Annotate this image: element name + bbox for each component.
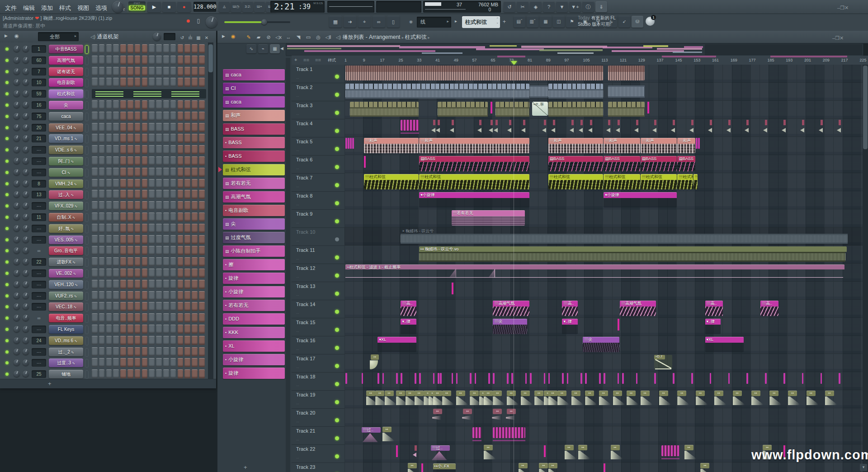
step-cell[interactable] [99, 369, 105, 378]
time-display[interactable]: 2:21 :39 M:S:CS [270, 1, 325, 13]
channel-led[interactable] [5, 115, 9, 118]
track-mute-led[interactable] [335, 201, 339, 205]
track-lane[interactable]: ▾..律▤尖▾..律▾..律 [344, 318, 863, 336]
step-cell[interactable] [199, 336, 205, 345]
step-cell[interactable] [149, 190, 155, 199]
step-cell[interactable] [120, 134, 126, 143]
step-cell[interactable] [142, 100, 148, 109]
step-cell[interactable] [99, 145, 105, 154]
picker-add-button[interactable]: + [244, 464, 247, 471]
channel-led[interactable] [5, 294, 9, 297]
playlist-vscrollbar[interactable] [863, 65, 868, 472]
step-cell[interactable] [192, 179, 198, 188]
step-cell[interactable] [170, 347, 176, 356]
step-cell[interactable] [149, 201, 155, 210]
step-cell[interactable] [135, 280, 141, 289]
step-cell[interactable] [135, 145, 141, 154]
clip-mini[interactable] [382, 373, 384, 384]
channel-led[interactable] [5, 137, 9, 140]
clip-mini[interactable] [509, 120, 511, 125]
step-cell[interactable] [192, 246, 198, 255]
step-cell[interactable] [149, 302, 155, 311]
step-cell[interactable] [127, 112, 133, 121]
step-cell[interactable] [135, 168, 141, 177]
step-cell[interactable] [113, 78, 119, 87]
track-lane[interactable]: ▾XL▤尖▾XL [344, 336, 863, 354]
step-cell[interactable] [99, 280, 105, 289]
channel-led[interactable] [5, 339, 9, 342]
track-mute-led[interactable] [335, 400, 339, 404]
step-cell[interactable] [149, 280, 155, 289]
step-cell[interactable] [135, 325, 141, 334]
step-cell[interactable] [149, 67, 155, 76]
step-cell[interactable] [106, 56, 112, 65]
channel-pan-knob[interactable] [14, 113, 20, 119]
step-cell[interactable] [106, 123, 112, 132]
step-cell[interactable] [199, 280, 205, 289]
channel-pan-knob[interactable] [14, 293, 20, 299]
clip-pattern[interactable]: ▤高潮气氛 [620, 301, 656, 316]
step-cell[interactable] [149, 358, 155, 367]
step-cell[interactable] [192, 212, 198, 222]
step-cell[interactable] [178, 44, 184, 53]
clip-pattern[interactable]: ▾小旋律 [604, 192, 677, 207]
step-cell[interactable] [199, 369, 205, 378]
clip-audio[interactable] [548, 102, 603, 117]
channel-pan-knob[interactable] [14, 236, 20, 243]
step-cell[interactable] [156, 291, 162, 300]
mixer-window-icon[interactable]: ◫ [553, 16, 565, 28]
track-lane[interactable]: ⌁P..率 [344, 101, 863, 119]
step-cell[interactable] [113, 201, 119, 210]
clip-pattern[interactable]: ▤BASS [548, 156, 603, 171]
clip-pattern[interactable]: ▤尖 [493, 319, 527, 334]
step-cell[interactable] [120, 67, 126, 76]
step-cell[interactable] [156, 369, 162, 378]
channel-pan-knob[interactable] [14, 270, 20, 276]
step-cell[interactable] [135, 78, 141, 87]
step-cell[interactable] [163, 280, 169, 289]
playlist-menu-icon[interactable]: ▶ [222, 34, 225, 38]
step-cell[interactable] [106, 156, 112, 165]
step-cell[interactable] [99, 224, 105, 233]
step-cell[interactable] [142, 179, 148, 188]
channel-button[interactable]: 阿..门 ∿ [49, 157, 83, 165]
clip-pattern[interactable]: ▤尖 [583, 337, 619, 352]
step-cell[interactable] [113, 347, 119, 356]
clip-hit[interactable]: ↦ [456, 391, 465, 396]
step-cell[interactable] [149, 257, 155, 266]
clip-audio[interactable] [608, 102, 645, 117]
channel-pan-knob[interactable] [14, 247, 20, 254]
channel-led[interactable] [5, 227, 9, 230]
step-cell[interactable] [170, 201, 176, 210]
step-cell[interactable] [184, 358, 190, 367]
step-cell[interactable] [149, 179, 155, 188]
step-cell[interactable] [106, 190, 112, 199]
step-cell[interactable] [127, 212, 133, 222]
track-header[interactable]: Track 15... [292, 318, 344, 336]
clip-mini[interactable] [618, 373, 619, 384]
step-cell[interactable] [113, 190, 119, 199]
track-header[interactable]: Track 21... [292, 426, 344, 445]
step-cell[interactable] [92, 156, 98, 165]
step-cell[interactable] [163, 269, 169, 278]
step-cell[interactable] [184, 369, 190, 378]
clip-mini[interactable] [604, 463, 605, 472]
clip-pattern[interactable]: ↦小..FX [433, 463, 456, 472]
mic-record-icon[interactable]: ◈ [530, 1, 542, 12]
step-cell[interactable] [142, 134, 148, 143]
channel-number[interactable]: 22 [32, 258, 46, 266]
clip-mini[interactable] [604, 373, 605, 384]
track-mute-led[interactable] [335, 364, 339, 368]
picker-item[interactable]: ▤过度气氛 [223, 232, 285, 243]
channel-led[interactable] [5, 328, 9, 331]
channel-led[interactable] [5, 104, 9, 107]
clip-mini[interactable] [710, 373, 712, 384]
step-cell[interactable] [135, 56, 141, 65]
step-cell[interactable] [92, 302, 98, 311]
clip-pattern[interactable]: ▤BASS [641, 156, 677, 171]
channel-volume-knob[interactable] [23, 57, 29, 63]
clip-mini[interactable] [821, 373, 822, 384]
clip-mini[interactable] [765, 120, 767, 125]
channel-button[interactable]: VES..005 ∿ [49, 236, 83, 244]
step-cell[interactable] [127, 100, 133, 109]
